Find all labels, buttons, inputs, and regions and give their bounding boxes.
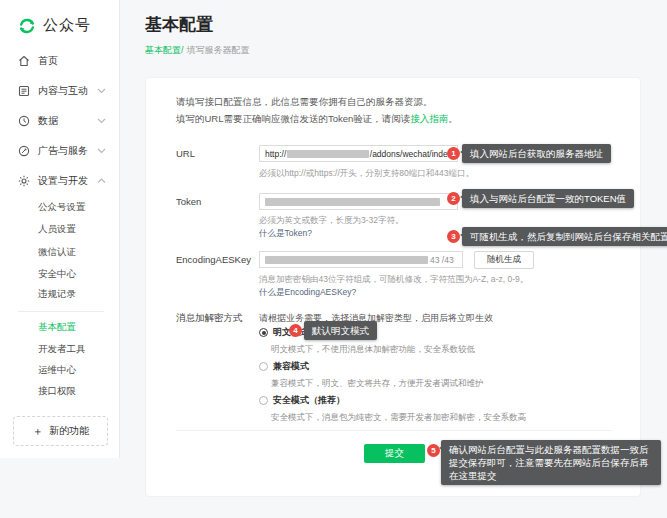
url-help: 必须以http://或https://开头，分别支持80端口和443端口。 — [259, 168, 474, 180]
sidebar-item-ops-center[interactable]: 运维中心 — [38, 364, 76, 377]
sidebar-item-label: 广告与服务 — [38, 144, 88, 158]
aeskey-label: EncodingAESKey — [176, 254, 251, 265]
radio-selected-icon — [259, 328, 268, 337]
aeskey-input[interactable]: 43 /43 — [259, 251, 463, 268]
aeskey-redacted-value — [265, 256, 428, 264]
settings-icon — [18, 175, 30, 187]
intro-line1: 请填写接口配置信息，此信息需要你拥有自己的服务器资源。 — [176, 93, 458, 110]
sidebar-item-label: 内容与互动 — [38, 84, 88, 98]
breadcrumb-next: 填写服务器配置 — [187, 45, 250, 55]
server-config-card: 请填写接口配置信息，此信息需要你拥有自己的服务器资源。 填写的URL需要正确响应… — [145, 77, 641, 497]
submit-button[interactable]: 提交 — [364, 444, 425, 463]
home-icon — [18, 55, 30, 67]
annotation-tip-1: 填入网站后台获取的服务器地址 — [462, 144, 611, 163]
sidebar-item-wechat-verify[interactable]: 微信认证 — [38, 246, 76, 259]
intro-line2: 填写的URL需要正确响应微信发送的Token验证，请阅读接入指南。 — [176, 110, 458, 127]
sidebar-item-basic-config[interactable]: 基本配置 — [38, 321, 76, 334]
new-feature-button[interactable]: ＋ 新的功能 — [13, 416, 108, 446]
plaintext-mode-help: 明文模式下，不使用消息体加解密功能，安全系数较低 — [271, 344, 475, 356]
annotation-badge-5: 5 — [427, 444, 440, 457]
brand-name: 公众号 — [43, 16, 91, 35]
plus-icon: ＋ — [32, 424, 43, 439]
random-generate-button[interactable]: 随机生成 — [474, 251, 534, 269]
card-divider — [176, 430, 612, 431]
url-label: URL — [176, 148, 195, 159]
secure-mode-help: 安全模式下，消息包为纯密文，需要开发者加密和解密，安全系数高 — [271, 412, 526, 424]
sidebar-item-api-permission[interactable]: 接口权限 — [38, 385, 76, 398]
chevron-down-icon — [97, 88, 106, 94]
radio-compat-mode[interactable]: 兼容模式 — [259, 360, 309, 373]
annotation-badge-4: 4 — [289, 324, 302, 337]
data-icon — [18, 115, 30, 127]
sidebar-item-violation-record[interactable]: 违规记录 — [38, 288, 76, 301]
radio-icon — [259, 362, 268, 371]
sidebar-item-security-center[interactable]: 安全中心 — [38, 268, 76, 281]
annotation-tip-5: 确认网站后台配置与此处服务器配置数据一致后提交保存即可，注意需要先在网站后台保存… — [441, 440, 661, 485]
aeskey-whatis-link[interactable]: 什么是EncodingAESKey? — [259, 287, 356, 299]
breadcrumb-current[interactable]: 基本配置 — [145, 45, 181, 55]
breadcrumb: 基本配置/填写服务器配置 — [145, 44, 250, 57]
ads-icon — [18, 145, 30, 157]
sidebar-item-home[interactable]: 首页 — [0, 51, 120, 71]
radio-secure-mode[interactable]: 安全模式（推荐） — [259, 394, 345, 407]
annotation-tip-3: 可随机生成，然后复制到网站后台保存相关配置 — [462, 227, 667, 246]
sidebar-item-label: 数据 — [38, 114, 58, 128]
url-input[interactable]: http:// /addons/wechat/index — [259, 145, 458, 162]
sidebar-item-ads[interactable]: 广告与服务 — [0, 141, 120, 161]
url-redacted-value — [287, 150, 369, 158]
sidebar-item-settings-dev[interactable]: 设置与开发 — [0, 171, 120, 191]
compat-mode-help: 兼容模式下，明文、密文将共存，方便开发者调试和维护 — [271, 378, 484, 390]
token-input[interactable] — [259, 193, 458, 210]
sidebar-item-label: 首页 — [38, 54, 58, 68]
sidebar-divider — [18, 311, 104, 312]
url-value-prefix: http:// — [265, 149, 286, 159]
annotation-tip-2: 填入与网站后台配置一致的TOKEN值 — [462, 189, 634, 208]
chevron-up-icon — [97, 178, 106, 184]
token-help: 必须为英文或数字，长度为3-32字符。 — [259, 215, 404, 227]
sidebar-item-account-settings[interactable]: 公众号设置 — [38, 201, 86, 214]
sidebar-item-developer-tools[interactable]: 开发者工具 — [38, 343, 86, 356]
content-icon — [18, 85, 30, 97]
aeskey-counter: 43 /43 — [430, 255, 454, 265]
intro-text: 请填写接口配置信息，此信息需要你拥有自己的服务器资源。 填写的URL需要正确响应… — [176, 93, 458, 127]
new-feature-label: 新的功能 — [49, 424, 89, 438]
sidebar: 公众号 首页 内容与互动 数据 — [0, 0, 120, 458]
radio-icon — [259, 396, 268, 405]
breadcrumb-separator: / — [181, 45, 184, 55]
aeskey-help: 消息加密密钥由43位字符组成，可随机修改，字符范围为A-Z, a-z, 0-9。 — [259, 274, 528, 286]
page: 公众号 首页 内容与互动 数据 — [0, 0, 667, 518]
annotation-tip-4: 默认明文模式 — [304, 321, 377, 340]
brand-logo[interactable]: 公众号 — [18, 16, 91, 35]
crypto-mode-label: 消息加解密方式 — [176, 312, 243, 325]
annotation-badge-3: 3 — [447, 230, 460, 243]
annotation-badge-2: 2 — [447, 192, 460, 205]
sidebar-item-data[interactable]: 数据 — [0, 111, 120, 131]
chevron-down-icon — [97, 148, 106, 154]
wechat-official-account-logo-icon — [18, 17, 36, 35]
annotation-badge-1: 1 — [447, 147, 460, 160]
sidebar-item-content[interactable]: 内容与互动 — [0, 81, 120, 101]
token-whatis-link[interactable]: 什么是Token? — [259, 228, 312, 240]
sidebar-item-staff-settings[interactable]: 人员设置 — [38, 223, 76, 236]
url-value-suffix: /addons/wechat/index — [370, 149, 452, 159]
sidebar-item-label: 设置与开发 — [38, 174, 88, 188]
token-redacted-value — [265, 198, 440, 206]
token-label: Token — [176, 196, 201, 207]
page-title: 基本配置 — [145, 13, 213, 36]
access-guide-link[interactable]: 接入指南 — [410, 113, 448, 124]
chevron-down-icon — [97, 118, 106, 124]
